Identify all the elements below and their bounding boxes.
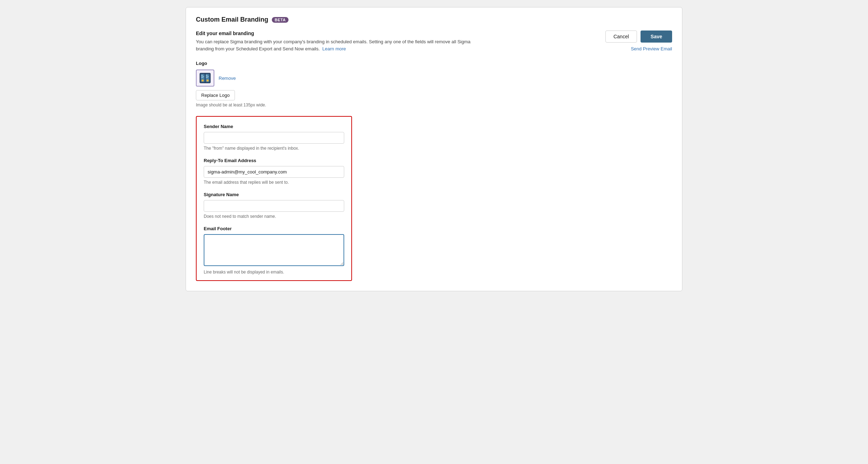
reply-to-email-label: Reply-To Email Address [204,158,344,163]
page-title-row: Custom Email Branding BETA [196,16,672,23]
svg-rect-4 [201,75,203,76]
beta-badge: BETA [272,17,289,23]
reply-to-email-group: Reply-To Email Address The email address… [204,158,344,185]
cancel-button[interactable]: Cancel [605,31,637,43]
signature-name-hint: Does not need to match sender name. [204,214,344,219]
logo-section: Logo Remove [196,61,672,107]
save-button[interactable]: Save [641,31,672,43]
logo-hint: Image should be at least 135px wide. [196,103,672,107]
email-footer-hint: Line breaks will not be displayed in ema… [204,270,344,275]
sender-name-group: Sender Name The "from" name displayed in… [204,124,344,151]
replace-logo-button[interactable]: Replace Logo [196,90,235,100]
reply-to-email-input[interactable] [204,166,344,178]
top-section: Edit your email branding You can replace… [196,31,672,52]
signature-name-label: Signature Name [204,192,344,197]
sender-name-label: Sender Name [204,124,344,129]
description-block: Edit your email branding You can replace… [196,31,487,52]
email-footer-group: Email Footer Line breaks will not be dis… [204,226,344,275]
button-row: Cancel Save [605,31,672,43]
signature-name-group: Signature Name Does not need to match se… [204,192,344,219]
logo-section-label: Logo [196,61,672,66]
form-section: Sender Name The "from" name displayed in… [196,116,352,281]
svg-rect-6 [201,77,203,78]
page-container: Custom Email Branding BETA Edit your ema… [186,7,682,291]
email-footer-label: Email Footer [204,226,344,231]
sender-name-input[interactable] [204,132,344,144]
description-title: Edit your email branding [196,31,487,36]
email-footer-textarea[interactable] [204,234,344,266]
logo-preview [196,70,214,87]
learn-more-link[interactable]: Learn more [322,46,346,51]
send-preview-email-link[interactable]: Send Preview Email [631,46,672,51]
logo-image-icon [199,72,211,84]
signature-name-input[interactable] [204,200,344,212]
svg-point-11 [207,79,209,82]
action-buttons: Cancel Save Send Preview Email [605,31,672,51]
svg-rect-5 [201,76,204,77]
reply-to-email-hint: The email address that replies will be s… [204,180,344,185]
svg-rect-7 [206,75,208,76]
description-text: You can replace Sigma branding with your… [196,38,487,52]
remove-logo-link[interactable]: Remove [219,76,236,81]
sender-name-hint: The "from" name displayed in the recipie… [204,146,344,151]
svg-point-10 [202,79,204,82]
page-title: Custom Email Branding [196,16,268,23]
logo-row: Remove [196,70,672,87]
svg-rect-8 [206,76,209,77]
svg-rect-9 [206,77,208,78]
